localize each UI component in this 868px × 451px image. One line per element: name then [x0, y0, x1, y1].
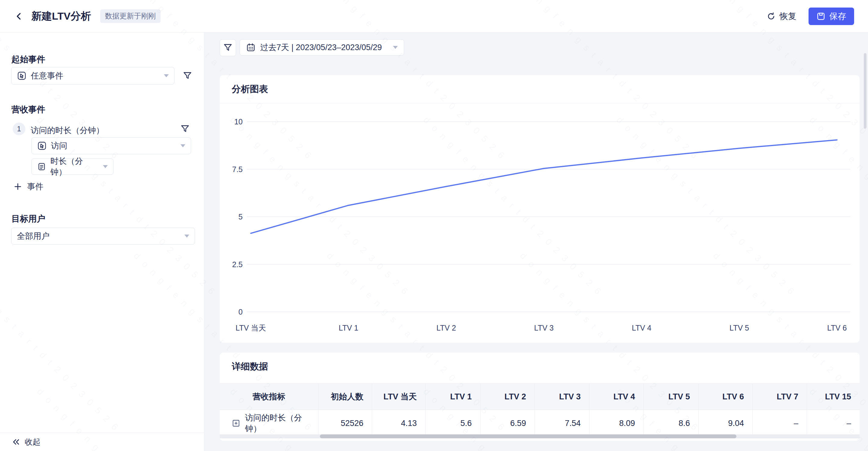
- table-row: 访问的时长（分钟）525264.135.66.597.548.098.69.04…: [220, 410, 860, 437]
- double-chevron-left-icon: [11, 438, 21, 447]
- value-cell: 8.6: [644, 410, 699, 437]
- refresh-icon: [767, 12, 776, 21]
- revenue-event-value: 访问: [51, 140, 67, 151]
- value-cell: 9.04: [699, 410, 753, 437]
- table-header-cell: LTV 7: [753, 383, 807, 410]
- expand-row-icon[interactable]: [232, 419, 240, 427]
- x-axis-tick-label: LTV 6: [827, 324, 847, 332]
- ltv-series-line: [251, 140, 837, 233]
- ltv-line-chart: 02.557.510LTV 当天LTV 1LTV 2LTV 3LTV 4LTV …: [220, 103, 860, 342]
- value-cell: 6.59: [480, 410, 535, 437]
- table-header-cell: LTV 1: [426, 383, 480, 410]
- x-axis-tick-label: LTV 2: [436, 324, 456, 332]
- chevron-down-icon: [103, 165, 108, 168]
- detail-table-card: 详细数据 营收指标初始人数LTV 当天LTV 1LTV 2LTV 3LTV 4L…: [220, 353, 860, 441]
- target-user-select[interactable]: 全部用户: [11, 228, 195, 244]
- target-user-label: 目标用户: [11, 213, 45, 224]
- collapse-label: 收起: [25, 437, 40, 447]
- event-cursor-icon: [17, 71, 27, 81]
- table-header-cell: LTV 3: [535, 383, 589, 410]
- revenue-property-value: 时长（分钟）: [51, 156, 99, 178]
- revenue-event-name: 访问的时长（分钟）: [31, 125, 104, 136]
- table-header-cell: 初始人数: [318, 383, 372, 410]
- config-sidebar: 起始事件 任意事件 营收事件 1 访问的时长（分钟） 访问: [0, 33, 204, 451]
- target-user-value: 全部用户: [17, 231, 50, 241]
- filter-icon: [223, 42, 233, 53]
- value-cell: 52526: [318, 410, 372, 437]
- save-label: 保存: [829, 10, 846, 22]
- page-title: 新建LTV分析: [31, 9, 91, 23]
- table-header-cell: LTV 6: [699, 383, 753, 410]
- chevron-down-icon: [393, 46, 398, 49]
- global-filter-button[interactable]: [220, 39, 236, 56]
- collapse-sidebar-button[interactable]: 收起: [0, 432, 204, 451]
- table-header-cell: 营收指标: [220, 383, 318, 410]
- value-cell: –: [807, 410, 860, 437]
- revenue-event-label: 营收事件: [11, 104, 45, 115]
- save-button[interactable]: 保存: [809, 7, 854, 25]
- value-cell: –: [753, 410, 807, 437]
- x-axis-tick-label: LTV 5: [730, 324, 749, 332]
- main-content: 过去7天 | 2023/05/23–2023/05/29 分析图表 02.557…: [204, 33, 868, 451]
- revenue-event-filter-icon[interactable]: [180, 124, 190, 134]
- table-header-cell: LTV 5: [644, 383, 699, 410]
- revenue-event-index: 1: [13, 123, 25, 135]
- horizontal-scrollbar-thumb[interactable]: [320, 434, 736, 438]
- top-header: 新建LTV分析 数据更新于刚刚 恢复 保存: [0, 0, 868, 33]
- table-header-cell: LTV 当天: [372, 383, 426, 410]
- y-axis-tick-label: 2.5: [232, 260, 243, 269]
- chart-card-title: 分析图表: [232, 83, 268, 95]
- revenue-event-select[interactable]: 访问: [31, 137, 191, 154]
- back-icon[interactable]: [14, 11, 24, 22]
- y-axis-tick-label: 7.5: [232, 165, 243, 174]
- detail-table: 营收指标初始人数LTV 当天LTV 1LTV 2LTV 3LTV 4LTV 5L…: [220, 383, 860, 437]
- calendar-icon: [246, 42, 256, 52]
- table-header-cell: LTV 2: [480, 383, 535, 410]
- x-axis-tick-label: LTV 4: [632, 324, 651, 332]
- value-cell: 8.09: [589, 410, 644, 437]
- y-axis-tick-label: 10: [234, 117, 243, 126]
- date-range-value: 过去7天 | 2023/05/23–2023/05/29: [260, 42, 382, 53]
- start-event-value: 任意事件: [31, 70, 63, 81]
- add-event-button[interactable]: 事件: [13, 181, 43, 192]
- metric-name: 访问的时长（分钟）: [245, 412, 310, 434]
- revenue-property-select[interactable]: 时长（分钟）: [31, 158, 114, 175]
- x-axis-tick-label: LTV 3: [534, 324, 554, 332]
- chevron-down-icon: [164, 74, 169, 77]
- x-axis-tick-label: LTV 当天: [236, 324, 266, 332]
- restore-label: 恢复: [780, 10, 797, 22]
- chevron-down-icon: [184, 235, 189, 238]
- plus-icon: [13, 182, 22, 191]
- restore-button[interactable]: 恢复: [767, 10, 797, 22]
- event-cursor-icon: [37, 141, 47, 151]
- value-cell: 4.13: [372, 410, 426, 437]
- start-event-filter-icon[interactable]: [182, 71, 192, 81]
- start-event-label: 起始事件: [11, 54, 45, 65]
- add-event-label: 事件: [27, 181, 43, 192]
- value-cell: 5.6: [426, 410, 480, 437]
- ltv-analysis-app: 新建LTV分析 数据更新于刚刚 恢复 保存 起始事件 任意事件: [0, 0, 868, 451]
- table-card-title: 详细数据: [232, 360, 268, 373]
- attribute-icon: [37, 162, 46, 171]
- x-axis-tick-label: LTV 1: [339, 324, 358, 332]
- chart-card: 分析图表 02.557.510LTV 当天LTV 1LTV 2LTV 3LTV …: [220, 75, 860, 342]
- vertical-scrollbar-thumb[interactable]: [864, 53, 867, 129]
- save-icon: [816, 12, 826, 21]
- table-header-cell: LTV 4: [589, 383, 644, 410]
- y-axis-tick-label: 5: [239, 212, 243, 221]
- metric-cell: 访问的时长（分钟）: [220, 410, 318, 437]
- table-header-cell: LTV 15: [807, 383, 860, 410]
- chevron-down-icon: [181, 144, 185, 147]
- value-cell: 7.54: [535, 410, 589, 437]
- date-range-select[interactable]: 过去7天 | 2023/05/23–2023/05/29: [240, 39, 404, 56]
- y-axis-tick-label: 0: [239, 308, 243, 316]
- data-updated-badge: 数据更新于刚刚: [100, 9, 161, 23]
- start-event-select[interactable]: 任意事件: [11, 67, 175, 85]
